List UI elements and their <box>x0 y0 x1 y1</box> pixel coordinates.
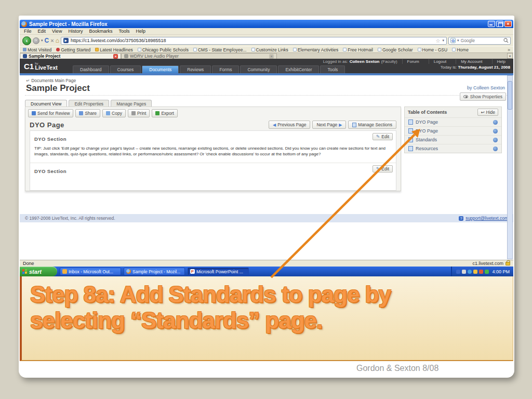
bookmark-item[interactable]: Most Visited <box>23 47 51 52</box>
menu-edit[interactable]: Edit <box>38 29 46 34</box>
close-button[interactable]: × <box>504 21 512 27</box>
task-powerpoint[interactable]: PMicrosoft PowerPoint ... <box>188 268 249 275</box>
search-engine-icon[interactable]: G <box>450 38 456 43</box>
nav-tab-courses[interactable]: Courses <box>110 65 141 73</box>
task-outlook[interactable]: Inbox - Microsoft Out... <box>60 268 121 275</box>
forward-button[interactable]: › <box>33 37 39 44</box>
minimize-button[interactable] <box>488 21 495 27</box>
bookmarks-overflow-icon[interactable]: » <box>508 47 510 52</box>
site-favicon: ▶ <box>63 38 69 43</box>
tray-icon[interactable] <box>462 270 466 274</box>
search-engine-dropdown-icon[interactable]: ▾ <box>457 38 459 43</box>
caption-line-2: selecting “Standards” page. <box>30 308 513 334</box>
bookmark-item[interactable]: CMS - State Employee... <box>193 47 247 52</box>
link-logout[interactable]: Logout <box>429 59 451 64</box>
stop-icon[interactable]: × <box>50 37 54 44</box>
page-icon <box>251 48 255 51</box>
tab-wdrv-player[interactable]: WDRV Live Audio Player × <box>121 53 277 59</box>
nav-tab-documents[interactable]: Documents <box>142 65 179 73</box>
page-icon <box>452 48 456 51</box>
edit-section-button[interactable]: ✎Edit <box>373 165 393 172</box>
nav-tab-exhibitcenter[interactable]: ExhibitCenter <box>278 65 319 73</box>
return-arrow-icon: ↵ <box>26 78 30 83</box>
page-title: Sample Project <box>26 83 90 94</box>
share-button[interactable]: Share <box>75 109 100 117</box>
print-button[interactable]: Print <box>128 109 150 117</box>
tray-icon[interactable] <box>473 270 477 274</box>
bookmark-item[interactable]: Getting Started <box>56 47 90 52</box>
bookmark-item[interactable]: Home <box>452 47 469 52</box>
bookmark-item[interactable]: Free Hotmail <box>343 47 373 52</box>
document-page: ↵Documents Main Page Sample Project by C… <box>20 75 513 214</box>
show-properties-button[interactable]: Show Properties <box>460 92 506 101</box>
link-help[interactable]: Help <box>492 59 510 64</box>
copy-button[interactable]: Copy <box>102 109 126 117</box>
nav-tab-forms[interactable]: Forms <box>212 65 239 73</box>
search-input[interactable] <box>461 38 502 43</box>
support-link[interactable]: ?support@livetext.com <box>459 216 508 221</box>
tab-sample-project[interactable]: Sample Project × <box>20 53 121 59</box>
tab-close-icon[interactable]: × <box>113 54 118 59</box>
navigation-toolbar: ‹ › ▾ C × ⌂ ▶ https://c1.livetext.com/do… <box>20 35 513 46</box>
bookmark-item[interactable]: Elementary Activities <box>293 47 338 52</box>
tray-icon[interactable] <box>479 270 483 274</box>
bookmark-item[interactable]: Customize Links <box>251 47 288 52</box>
tab-close-icon[interactable]: × <box>269 54 274 59</box>
scrollbar-thumb[interactable] <box>508 81 512 110</box>
toc-hide-button[interactable]: ↩Hide <box>477 109 498 116</box>
url-text[interactable]: https://c1.livetext.com/doc/3750536/1898… <box>71 38 434 43</box>
previous-page-button[interactable]: ◀Previous Page <box>269 121 310 129</box>
menu-help[interactable]: Help <box>136 29 145 34</box>
breadcrumb[interactable]: ↵Documents Main Page <box>26 78 76 83</box>
tray-icon[interactable] <box>485 270 489 274</box>
tray-icon[interactable] <box>456 270 460 274</box>
tab-list-dropdown-icon[interactable]: ▾ <box>507 53 513 59</box>
nav-tab-tools[interactable]: Tools <box>320 65 345 73</box>
bookmark-item[interactable]: Chicago Public Schools <box>138 47 189 52</box>
toc-item-dyo-page-1[interactable]: DYO Page <box>405 117 501 126</box>
view-page-icon[interactable] <box>493 129 498 134</box>
reload-icon[interactable]: C <box>45 37 49 44</box>
toc-item-standards[interactable]: Standards <box>405 135 501 144</box>
home-icon[interactable]: ⌂ <box>56 37 59 44</box>
send-for-review-button[interactable]: Send for Review <box>28 109 73 117</box>
manage-sections-button[interactable]: Manage Sections <box>348 121 396 129</box>
toc-item-resources[interactable]: Resources <box>405 144 501 153</box>
back-button[interactable]: ‹ <box>22 36 31 45</box>
start-button[interactable]: start <box>20 267 57 276</box>
menu-view[interactable]: View <box>52 29 62 34</box>
tray-icon[interactable] <box>468 270 472 274</box>
menu-history[interactable]: History <box>68 29 83 34</box>
section-tip-text: TIP: Just click 'Edit page' to change yo… <box>34 146 392 157</box>
export-button[interactable]: Export <box>152 109 178 117</box>
menu-file[interactable]: File <box>24 29 32 34</box>
view-page-icon[interactable] <box>493 120 498 125</box>
url-dropdown-icon[interactable]: ▾ <box>442 38 444 43</box>
history-dropdown-icon[interactable]: ▾ <box>41 38 43 43</box>
magnifier-icon[interactable] <box>503 38 509 43</box>
search-box[interactable]: G ▾ <box>448 37 511 45</box>
vertical-scrollbar[interactable] <box>507 75 513 259</box>
nav-tab-dashboard[interactable]: Dashboard <box>73 65 109 73</box>
bookmark-item[interactable]: Google Scholar <box>378 47 413 52</box>
window-titlebar[interactable]: Sample Project - Mozilla Firefox × <box>20 20 513 28</box>
menu-bookmarks[interactable]: Bookmarks <box>89 29 112 34</box>
maximize-button[interactable] <box>496 21 503 27</box>
link-my-account[interactable]: My Account <box>456 59 487 64</box>
view-page-icon[interactable] <box>493 147 498 151</box>
bookmark-star-icon[interactable]: ☆ <box>436 38 441 44</box>
toc-item-dyo-page-2[interactable]: DYO Page <box>405 126 501 135</box>
dyo-section-1: DYO Section ✎Edit TIP: Just click 'Edit … <box>30 131 396 163</box>
url-bar[interactable]: ▶ https://c1.livetext.com/doc/3750536/18… <box>61 37 447 45</box>
bookmark-item[interactable]: Home - GSU <box>418 47 448 52</box>
link-forum[interactable]: Forum <box>402 59 424 64</box>
menu-tools[interactable]: Tools <box>118 29 129 34</box>
nav-tab-community[interactable]: Community <box>240 65 277 73</box>
view-page-icon[interactable] <box>493 138 498 142</box>
next-page-button[interactable]: Next Page▶ <box>312 121 346 129</box>
nav-tab-reviews[interactable]: Reviews <box>180 65 211 73</box>
bookmark-item[interactable]: Latest Headlines <box>95 47 132 52</box>
edit-section-button[interactable]: ✎Edit <box>373 133 393 140</box>
task-firefox[interactable]: Sample Project - Mozil... <box>124 268 185 275</box>
livetext-logo: C1 byLiveText <box>24 62 58 71</box>
